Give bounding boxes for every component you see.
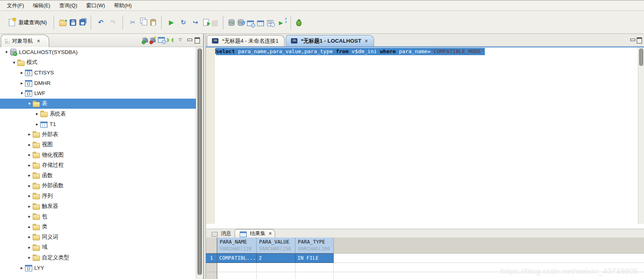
view-menu-icon[interactable]: ▽ [176, 35, 185, 44]
editor-vertical-scrollbar[interactable] [638, 48, 644, 224]
editor-code-area[interactable]: select para_name,para_value,para_type fr… [215, 48, 638, 224]
empty-cell[interactable] [217, 263, 257, 272]
expand-arrow-icon[interactable]: ▸ [19, 81, 25, 86]
expand-arrow-icon[interactable]: ▸ [26, 152, 33, 157]
tree-item[interactable]: ▸视图 [0, 140, 196, 150]
tree-item[interactable]: ▾LWF [0, 88, 196, 99]
close-tab-icon[interactable]: × [365, 38, 368, 44]
message-icon[interactable] [212, 232, 218, 237]
editor-tab-1[interactable]: *无标题1 - LOCALHOST× [286, 35, 374, 46]
empty-cell[interactable] [295, 272, 334, 279]
menu-item-3[interactable]: 窗口(W) [82, 0, 110, 10]
result-grid-icon[interactable] [240, 231, 247, 237]
expand-arrow-icon[interactable]: ▸ [26, 142, 33, 147]
tree-item[interactable]: ▸物化视图 [0, 150, 196, 160]
execute-current-icon[interactable]: ↻ [179, 18, 188, 27]
tree-item[interactable]: ▸外部函数 [0, 181, 196, 191]
tree-item[interactable]: ▸系统表 [0, 109, 196, 119]
debug-icon[interactable] [296, 20, 301, 26]
row-number[interactable] [206, 272, 217, 279]
tree-item[interactable]: ▸自定义类型 [0, 252, 196, 263]
expand-arrow-icon[interactable]: ▸ [26, 255, 33, 260]
empty-cell[interactable] [257, 263, 295, 272]
tree-item[interactable]: ▾LOCALHOST(SYSDBA) [0, 47, 196, 58]
tree-item[interactable]: ▸外部表 [0, 129, 196, 140]
expand-arrow-icon[interactable]: ▸ [34, 122, 40, 127]
minimize-panel-icon[interactable] [187, 35, 192, 44]
new-query-button[interactable]: 新建查询(N) [4, 17, 50, 28]
connect-icon[interactable] [142, 37, 148, 43]
expand-arrow-icon[interactable]: ▸ [26, 173, 33, 178]
collapse-arrow-icon[interactable]: ▾ [3, 50, 10, 55]
expand-arrow-icon[interactable]: ▸ [26, 204, 33, 209]
collapse-arrow-icon[interactable]: ▾ [26, 101, 33, 106]
minimize-editor-icon[interactable] [630, 35, 635, 44]
tree-item[interactable]: ▾模式 [0, 58, 196, 68]
tree-item[interactable]: ▸触发器 [0, 201, 196, 212]
tree-item[interactable]: ▸LYY [0, 263, 196, 273]
sql-file-icon[interactable] [291, 38, 297, 43]
expand-arrow-icon[interactable]: ▸ [26, 132, 33, 137]
tree-scrollbar-thumb[interactable] [197, 48, 202, 275]
tree-item[interactable]: ▸函数 [0, 170, 196, 181]
tree-scrollbar[interactable] [196, 47, 203, 279]
tree-item[interactable]: ▸同义词 [0, 232, 196, 242]
batch-execute-icon[interactable] [276, 18, 285, 27]
paste-icon[interactable] [150, 19, 156, 26]
tree-item[interactable]: ▸包 [0, 211, 196, 222]
editor-vscroll-thumb[interactable] [639, 48, 643, 66]
tree-item[interactable]: ▸类 [0, 222, 196, 232]
row-number[interactable]: 1 [206, 254, 217, 263]
tree-item[interactable]: ▸存储过程 [0, 160, 196, 171]
results-tab-0[interactable]: 消息 [207, 229, 235, 238]
empty-cell[interactable] [257, 272, 295, 279]
cut-icon[interactable]: ✂ [128, 18, 137, 27]
editor-tab-0[interactable]: *无标题4 - 未命名连接1 [207, 35, 285, 46]
menu-item-2[interactable]: 查询(Q) [55, 0, 82, 10]
column-header[interactable]: PARA_NAMEVARCHAR(128 [217, 238, 257, 254]
collapse-arrow-icon[interactable]: ▾ [19, 91, 25, 96]
expand-arrow-icon[interactable]: ▸ [19, 265, 25, 271]
rollback-icon[interactable] [238, 19, 244, 26]
table-cell[interactable]: 2 [257, 254, 295, 263]
menu-item-0[interactable]: 文件(F) [2, 0, 29, 10]
expand-arrow-icon[interactable]: ▸ [26, 224, 33, 229]
result-grid-icon[interactable] [257, 21, 264, 26]
copy-icon[interactable] [142, 19, 147, 25]
column-header[interactable]: PARA_VALUEVARCHAR(256 [257, 238, 295, 254]
expand-arrow-icon[interactable]: ▸ [34, 111, 40, 116]
expand-arrow-icon[interactable]: ▸ [26, 183, 33, 188]
expand-arrow-icon[interactable]: ▸ [26, 214, 33, 219]
tree-item[interactable]: ▸DMHR [0, 78, 196, 89]
expand-arrow-icon[interactable]: ▸ [26, 193, 33, 198]
step-execute-icon[interactable]: ↪ [191, 18, 200, 27]
commit-icon[interactable] [229, 19, 235, 26]
explain-plan-icon[interactable] [267, 20, 273, 26]
maximize-editor-icon[interactable] [636, 35, 642, 44]
expand-arrow-icon[interactable]: ▸ [26, 163, 33, 168]
object-navigator-tab[interactable]: 对象导航 × [1, 35, 49, 47]
sql-editor[interactable]: select para_name,para_value,para_type fr… [206, 48, 644, 224]
disconnect-icon[interactable] [150, 37, 156, 43]
expand-arrow-icon[interactable]: ▸ [26, 234, 33, 240]
collapse-arrow-icon[interactable]: ▾ [11, 60, 17, 65]
query-info-window-icon[interactable] [247, 21, 254, 26]
stop-icon[interactable] [212, 21, 218, 26]
expand-collapse-all-icon[interactable] [167, 37, 173, 43]
expand-arrow-icon[interactable]: ▸ [26, 245, 33, 250]
row-number[interactable] [206, 263, 217, 272]
redo-icon[interactable]: ↷ [108, 18, 117, 27]
column-header[interactable]: PARA_TYPEVARCHAR(200 [295, 238, 334, 254]
table-cell[interactable]: IN FILE [295, 254, 334, 263]
undo-icon[interactable]: ↶ [96, 18, 105, 27]
empty-cell[interactable] [295, 263, 334, 272]
tree-item[interactable]: ▸T1 [0, 119, 196, 130]
sql-file-icon[interactable] [212, 38, 218, 43]
empty-cell[interactable] [217, 272, 257, 279]
save-all-icon[interactable] [79, 19, 85, 25]
results-tab-1[interactable]: 结果集× [235, 229, 275, 238]
menu-item-4[interactable]: 帮助(H) [110, 0, 136, 10]
expand-arrow-icon[interactable]: ▸ [19, 70, 25, 75]
save-icon[interactable] [70, 19, 76, 26]
new-query-icon[interactable] [9, 19, 15, 26]
